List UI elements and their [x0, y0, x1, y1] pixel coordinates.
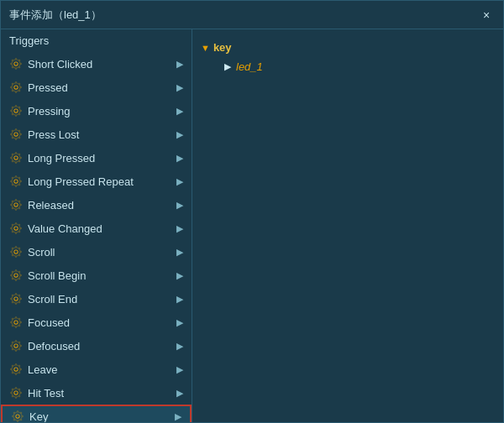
trigger-label: Released: [28, 199, 176, 212]
tree-expand-icon: ▼: [201, 43, 210, 53]
gear-icon: [9, 386, 23, 400]
window-title: 事件添加（led_1）: [9, 8, 102, 23]
trigger-item-leave[interactable]: Leave▶: [1, 358, 192, 381]
trigger-label: Scroll Begin: [28, 269, 176, 282]
trigger-expand-icon: ▶: [176, 247, 183, 258]
trigger-expand-icon: ▶: [176, 294, 183, 305]
gear-icon: [9, 151, 23, 164]
gear-icon: [9, 57, 23, 70]
trigger-label: Pressed: [28, 81, 176, 94]
gear-icon: [9, 269, 23, 282]
gear-icon: [9, 363, 23, 376]
trigger-expand-icon: ▶: [175, 411, 181, 422]
trigger-label: Value Changed: [28, 222, 176, 235]
close-button[interactable]: ×: [478, 7, 495, 24]
window: 事件添加（led_1） × Triggers Short Clicked▶ Pr…: [0, 0, 504, 423]
trigger-item-pressing[interactable]: Pressing▶: [1, 99, 192, 123]
trigger-expand-icon: ▶: [176, 200, 183, 211]
trigger-item-scroll[interactable]: Scroll▶: [1, 240, 192, 264]
trigger-list: Short Clicked▶ Pressed▶ Pressing▶ Press …: [1, 52, 192, 422]
gear-icon: [9, 198, 23, 212]
trigger-expand-icon: ▶: [176, 106, 183, 117]
trigger-expand-icon: ▶: [176, 317, 183, 328]
tree-root-label: key: [213, 41, 232, 54]
trigger-expand-icon: ▶: [176, 59, 183, 70]
gear-icon: [9, 222, 23, 235]
trigger-label: Long Pressed: [28, 152, 176, 164]
trigger-expand-icon: ▶: [176, 82, 183, 93]
trigger-label: Long Pressed Repeat: [28, 175, 176, 188]
trigger-item-focused[interactable]: Focused▶: [1, 311, 192, 334]
trigger-item-press-lost[interactable]: Press Lost▶: [1, 123, 192, 146]
trigger-label: Defocused: [28, 340, 176, 352]
trigger-item-pressed[interactable]: Pressed▶: [1, 76, 192, 99]
content-area: Triggers Short Clicked▶ Pressed▶ Pressin…: [1, 29, 503, 422]
trigger-expand-icon: ▶: [176, 176, 183, 187]
trigger-item-scroll-begin[interactable]: Scroll Begin▶: [1, 264, 192, 287]
trigger-label: Leave: [28, 363, 176, 376]
trigger-item-long-pressed[interactable]: Long Pressed▶: [1, 146, 192, 170]
trigger-label: Key: [29, 410, 175, 423]
trigger-item-defocused[interactable]: Defocused▶: [1, 334, 192, 358]
gear-icon: [9, 175, 23, 188]
gear-icon: [9, 316, 23, 329]
gear-icon: [9, 104, 23, 118]
trigger-label: Scroll: [28, 246, 176, 258]
trigger-item-long-pressed-repeat[interactable]: Long Pressed Repeat▶: [1, 170, 192, 193]
trigger-label: Pressing: [28, 105, 176, 118]
gear-icon: [9, 245, 23, 258]
tree-child-arrow-icon: ▶: [224, 61, 231, 72]
trigger-item-hit-test[interactable]: Hit Test▶: [1, 381, 192, 405]
trigger-label: Scroll End: [28, 293, 176, 306]
trigger-label: Short Clicked: [28, 58, 176, 70]
trigger-item-short-clicked[interactable]: Short Clicked▶: [1, 52, 192, 76]
trigger-expand-icon: ▶: [176, 153, 183, 164]
gear-icon: [9, 292, 23, 306]
triggers-label: Triggers: [1, 29, 192, 52]
trigger-expand-icon: ▶: [176, 388, 183, 399]
trigger-label: Hit Test: [28, 387, 176, 400]
trigger-item-released[interactable]: Released▶: [1, 193, 192, 217]
title-bar: 事件添加（led_1） ×: [1, 1, 503, 29]
tree-child-item[interactable]: ▶ led_1: [201, 57, 495, 76]
trigger-expand-icon: ▶: [176, 270, 183, 281]
trigger-expand-icon: ▶: [176, 223, 183, 234]
right-panel: ▼ key ▶ led_1: [192, 29, 503, 422]
gear-icon: [9, 128, 23, 141]
trigger-expand-icon: ▶: [176, 129, 183, 140]
left-panel: Triggers Short Clicked▶ Pressed▶ Pressin…: [1, 29, 192, 422]
gear-icon: [11, 410, 24, 422]
trigger-expand-icon: ▶: [176, 341, 183, 352]
trigger-label: Press Lost: [28, 128, 176, 141]
trigger-item-scroll-end[interactable]: Scroll End▶: [1, 287, 192, 311]
tree-child-label: led_1: [236, 60, 263, 73]
gear-icon: [9, 81, 23, 94]
trigger-item-key[interactable]: Key▶: [1, 405, 192, 422]
gear-icon: [9, 339, 23, 352]
tree-root: ▼ key: [201, 38, 495, 57]
trigger-item-value-changed[interactable]: Value Changed▶: [1, 217, 192, 240]
trigger-label: Focused: [28, 316, 176, 329]
trigger-expand-icon: ▶: [176, 364, 183, 375]
